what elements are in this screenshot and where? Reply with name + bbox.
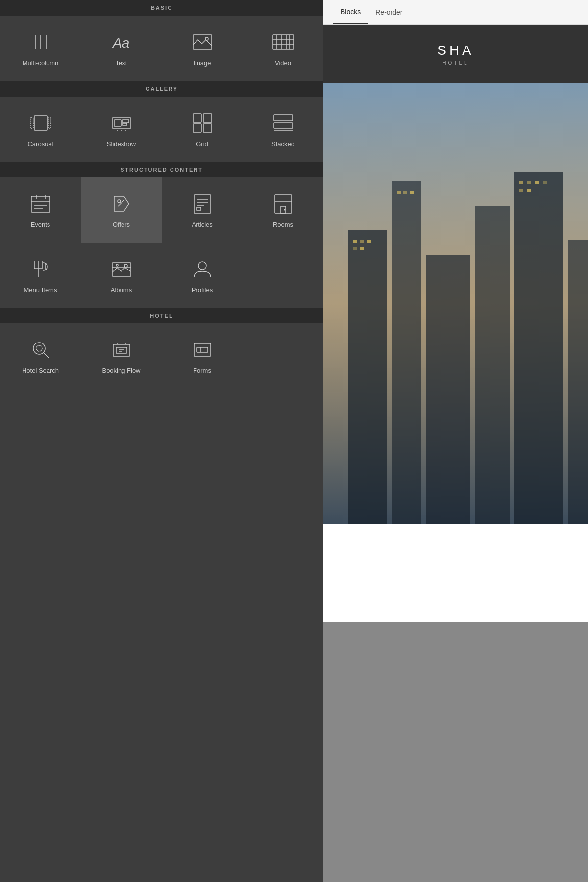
block-text-label: Text bbox=[116, 59, 127, 67]
block-grid[interactable]: Grid bbox=[162, 97, 243, 162]
block-offers-label: Offers bbox=[113, 221, 130, 228]
svg-rect-30 bbox=[31, 196, 50, 212]
gallery-grid: Carosuel Slideshow bbox=[0, 97, 323, 162]
section-header-gallery: GALLERY bbox=[0, 81, 323, 97]
basic-grid: Multi-column Aa Text Image bbox=[0, 16, 323, 81]
svg-point-57 bbox=[33, 343, 45, 354]
svg-rect-25 bbox=[193, 124, 201, 132]
profiles-icon bbox=[190, 257, 215, 281]
svg-rect-76 bbox=[368, 240, 371, 243]
section-header-structured: STRUCTURED CONTENT bbox=[0, 162, 323, 177]
block-rooms[interactable]: Rooms bbox=[243, 177, 323, 243]
block-menu-items[interactable]: Menu Items bbox=[0, 243, 81, 308]
svg-rect-14 bbox=[30, 118, 33, 128]
block-video[interactable]: Video bbox=[243, 16, 323, 81]
svg-point-36 bbox=[118, 200, 121, 203]
albums-icon bbox=[109, 257, 134, 281]
block-articles-label: Articles bbox=[192, 221, 213, 228]
block-offers[interactable]: Offers bbox=[81, 177, 162, 243]
block-text[interactable]: Aa Text bbox=[81, 16, 162, 81]
svg-point-45 bbox=[284, 209, 285, 211]
hotel-preview: SHA HOTEL bbox=[323, 24, 588, 882]
svg-rect-13 bbox=[34, 116, 47, 130]
block-events[interactable]: Events bbox=[0, 177, 81, 243]
block-articles[interactable]: Articles bbox=[162, 177, 243, 243]
right-panel: Blocks Re-order SHA HOTEL bbox=[323, 0, 588, 882]
block-profiles-label: Profiles bbox=[192, 286, 213, 294]
block-events-label: Events bbox=[31, 221, 50, 228]
svg-rect-75 bbox=[360, 240, 364, 243]
stacked-icon bbox=[271, 111, 295, 135]
block-hotel-search[interactable]: Hotel Search bbox=[0, 323, 81, 389]
svg-text:Aa: Aa bbox=[112, 35, 129, 50]
multi-column-icon bbox=[28, 30, 53, 54]
svg-rect-24 bbox=[203, 114, 212, 122]
hotel-grid: Hotel Search Booking Flow bbox=[0, 323, 323, 389]
svg-point-55 bbox=[124, 264, 127, 267]
block-grid-label: Grid bbox=[196, 140, 208, 147]
block-booking-flow[interactable]: Booking Flow bbox=[81, 323, 162, 389]
block-empty-1 bbox=[243, 243, 323, 308]
image-icon bbox=[190, 30, 215, 54]
forms-icon bbox=[190, 338, 215, 362]
block-slideshow[interactable]: Slideshow bbox=[81, 97, 162, 162]
block-carousel[interactable]: Carosuel bbox=[0, 97, 81, 162]
svg-rect-61 bbox=[116, 347, 127, 353]
svg-rect-70 bbox=[426, 255, 470, 524]
svg-point-56 bbox=[198, 262, 206, 270]
svg-rect-80 bbox=[403, 191, 407, 194]
svg-rect-78 bbox=[360, 247, 364, 250]
svg-rect-43 bbox=[275, 195, 292, 213]
svg-rect-60 bbox=[113, 344, 130, 356]
svg-rect-86 bbox=[519, 189, 523, 192]
svg-rect-17 bbox=[114, 120, 121, 126]
booking-flow-icon bbox=[109, 338, 134, 362]
svg-rect-19 bbox=[123, 123, 127, 125]
block-albums[interactable]: Albums bbox=[81, 243, 162, 308]
svg-rect-77 bbox=[353, 247, 357, 250]
svg-rect-83 bbox=[527, 181, 531, 184]
svg-rect-64 bbox=[194, 343, 211, 356]
block-carousel-label: Carosuel bbox=[27, 140, 53, 147]
tab-reorder[interactable]: Re-order bbox=[368, 0, 410, 24]
svg-point-54 bbox=[116, 264, 118, 266]
building-overlay bbox=[323, 83, 588, 524]
svg-rect-71 bbox=[475, 206, 510, 524]
menu-items-icon bbox=[28, 257, 53, 281]
text-icon: Aa bbox=[109, 30, 134, 54]
block-profiles[interactable]: Profiles bbox=[162, 243, 243, 308]
hotel-search-icon bbox=[28, 338, 53, 362]
svg-rect-23 bbox=[193, 114, 201, 122]
svg-rect-72 bbox=[514, 172, 564, 524]
svg-rect-69 bbox=[392, 181, 421, 524]
svg-point-5 bbox=[205, 37, 208, 40]
block-albums-label: Albums bbox=[111, 286, 132, 294]
block-multi-column[interactable]: Multi-column bbox=[0, 16, 81, 81]
section-header-hotel: HOTEL bbox=[0, 308, 323, 323]
hotel-sub-text: HOTEL bbox=[442, 60, 468, 66]
svg-line-58 bbox=[44, 353, 49, 358]
block-multi-column-label: Multi-column bbox=[23, 59, 59, 67]
block-menu-items-label: Menu Items bbox=[24, 286, 57, 294]
svg-rect-28 bbox=[274, 122, 293, 128]
svg-rect-42 bbox=[197, 207, 201, 210]
svg-rect-38 bbox=[194, 195, 211, 213]
carousel-icon bbox=[28, 111, 53, 135]
slideshow-icon bbox=[109, 111, 134, 135]
svg-rect-27 bbox=[274, 115, 293, 121]
white-card bbox=[323, 524, 588, 622]
tab-blocks[interactable]: Blocks bbox=[333, 0, 368, 24]
svg-rect-26 bbox=[203, 124, 212, 132]
block-rooms-label: Rooms bbox=[273, 221, 293, 228]
offers-icon bbox=[109, 192, 134, 216]
svg-rect-15 bbox=[48, 118, 51, 128]
block-video-label: Video bbox=[275, 59, 291, 67]
hotel-logo-area: SHA HOTEL bbox=[323, 24, 588, 83]
block-forms[interactable]: Forms bbox=[162, 323, 243, 389]
svg-rect-65 bbox=[197, 347, 208, 352]
block-image[interactable]: Image bbox=[162, 16, 243, 81]
section-header-basic: BASIC bbox=[0, 0, 323, 16]
block-stacked[interactable]: Stacked bbox=[243, 97, 323, 162]
svg-rect-6 bbox=[273, 35, 294, 49]
structured-grid: Events Offers bbox=[0, 177, 323, 308]
